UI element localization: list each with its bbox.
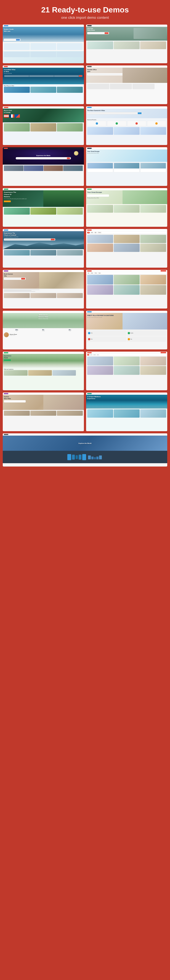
demo16-feature-icon-1 (88, 332, 90, 334)
demo-card-15[interactable]: Welcome toSimone Villas Welcome to Simon… (3, 311, 84, 349)
demo13-hero-image (39, 272, 84, 289)
demo-card-1[interactable]: Modern CondoWith Lake (3, 25, 84, 63)
demo10-search[interactable] (87, 194, 109, 197)
demo7-grid-2 (24, 165, 43, 171)
demo18-filter-all[interactable]: All (87, 354, 89, 355)
demo17-location-2 (28, 370, 52, 375)
demo16-feature-icon-3 (88, 338, 90, 340)
demo18-filter-pool[interactable]: Pool (97, 354, 99, 355)
demo16-feature-text-1: Pool (91, 332, 92, 334)
demo1-bottom-1 (4, 52, 30, 57)
demo3-search-seg2[interactable] (29, 75, 54, 77)
demo10-card-3 (140, 205, 166, 213)
demo11-bottom-1 (4, 250, 30, 256)
demo6-card-1 (87, 127, 113, 135)
demo-card-14[interactable]: All Villa Pool Sea (86, 270, 167, 309)
demo21-hero: Explore the World (3, 436, 167, 451)
demo-card-21[interactable]: Explore the World (3, 433, 167, 466)
demo16-hero-text: Why do for you with so much love for you… (87, 317, 120, 318)
demo-card-12[interactable]: All Villa Apt House (86, 229, 167, 268)
demo6-stat-1 (87, 121, 106, 126)
demo15-stat-2: 50+ Locations (30, 329, 56, 331)
demo14-nav-cta[interactable] (160, 270, 166, 272)
demo13-search-btn[interactable] (21, 278, 25, 280)
demo14-filter-4[interactable]: Sea (98, 272, 101, 274)
demo-card-6[interactable]: The Best Santorini Villas Santorini Rent… (86, 107, 167, 145)
demo14-grid-5 (114, 285, 140, 295)
demo15-hero-title: Welcome toSimone Villas (4, 314, 83, 318)
demo18-filter-3[interactable]: 3 Bed (93, 354, 96, 355)
demo6-stat-icon-3 (135, 123, 138, 124)
demo16-feature-text-4: Spa (130, 339, 132, 340)
demo21-footer-icon-3 (76, 455, 78, 459)
demo11-mountain (3, 241, 84, 249)
demo-card-9[interactable]: Experience TheCharm OfMadeira Some amazi… (3, 188, 84, 227)
demo11-logo (4, 229, 8, 231)
demo-card-20[interactable]: A Unique MaldivesExperience (86, 393, 167, 431)
demo10-card-2 (114, 205, 140, 213)
demo18-filter-2[interactable]: 2 Bed (90, 354, 93, 355)
demo15-stat-3: 2K+ Clients (57, 329, 83, 331)
demo-card-8[interactable]: Your Great Escape Renting Yachts Since 2… (86, 147, 167, 186)
demo-card-11[interactable]: Experience TheCharm of Iceland Your Moto… (3, 229, 84, 268)
demo7-search-input[interactable] (17, 158, 67, 159)
demo17-hero-title: ExperienceTravel (4, 355, 83, 358)
demo8-card-img-2 (114, 163, 139, 169)
demo6-stat-2 (107, 121, 126, 126)
demo-card-3[interactable]: Incredible Villasin Ibiza Find your perf… (3, 65, 84, 104)
demo5-logo (4, 107, 8, 108)
demo21-footer-icon-5 (82, 454, 86, 460)
demo-card-13[interactable]: Book KamranVilla (3, 270, 84, 309)
demo18-nav-cta[interactable] (160, 352, 166, 353)
demo1-search[interactable] (5, 39, 16, 40)
demo-card-17[interactable]: ExperienceTravel Visit our locations (3, 352, 84, 390)
demo13-desc-2 (4, 290, 32, 291)
demo-card-16[interactable]: FINEST VILLA FOR RENT IN SANTORINI Why d… (86, 311, 167, 349)
demo14-filter-1[interactable]: All (87, 272, 90, 274)
demo14-grid-4 (87, 285, 113, 295)
demo17-cta-button[interactable] (4, 360, 11, 361)
demo19-search[interactable] (4, 400, 25, 402)
demo3-search-seg1[interactable] (5, 75, 29, 77)
demo11-bottom-3 (57, 250, 83, 256)
demo5-hero-title: Best to Visitin Canada (4, 110, 83, 113)
demo21-footer (3, 451, 167, 463)
demo8-card-img-1 (87, 163, 113, 169)
demo6-search-btn[interactable] (138, 112, 141, 114)
demo3-search-seg3[interactable] (54, 75, 79, 77)
demo9-cta-button[interactable] (4, 200, 11, 202)
demo1-bottom-2 (30, 52, 56, 57)
demo8-logo (87, 148, 92, 149)
demo12-filter-apt[interactable]: Apt (94, 232, 97, 234)
demo-card-19[interactable]: ExploreIbiza Villas (3, 393, 84, 431)
demo1-search-btn[interactable] (16, 39, 20, 41)
demo2-card-3 (140, 41, 166, 49)
demo14-filter-2[interactable]: Villa (90, 272, 94, 274)
demo-card-2[interactable]: Chia GateValley House (86, 25, 167, 63)
demo10-since: Renting Yachts Since 2014 (87, 197, 127, 199)
demo-card-5[interactable]: Best to Visitin Canada (3, 107, 84, 145)
demo12-filter-house[interactable]: House (97, 232, 102, 234)
demo1-bottom-3 (57, 52, 83, 57)
demo-card-18[interactable]: All 2 Bed 3 Bed Pool (86, 352, 167, 390)
demo21-footer-icon-1 (67, 454, 71, 460)
demo14-filter-3[interactable]: Pool (94, 272, 97, 274)
demo12-filter-villa[interactable]: Villa (90, 232, 94, 234)
demo3-search-btn[interactable] (79, 75, 82, 77)
demo11-search-btn[interactable] (51, 239, 55, 240)
demo11-bottom-2 (30, 250, 56, 256)
demo3-logo (4, 66, 8, 67)
demo12-filter-all[interactable]: All (87, 232, 90, 234)
demo8-since-label: Renting Yachts Since 2014 (87, 153, 166, 154)
demo-card-7[interactable]: Experience the Media (3, 147, 84, 186)
demo-card-10[interactable]: Your Great Escape Renting Yachts Since 2… (86, 188, 167, 227)
demo2-search-btn[interactable] (105, 32, 108, 34)
demo18-grid-6 (140, 366, 166, 375)
demo21-footer-icons-row2 (88, 455, 102, 459)
demo-card-4[interactable]: Flexible Office2024 (86, 65, 167, 104)
demo10-logo (87, 189, 92, 190)
demo16-feature-icon-2 (128, 332, 130, 334)
demo7-search-btn[interactable] (67, 158, 70, 159)
demo17-locations-title: Visit our locations (3, 368, 84, 370)
demo9-bottom-3 (57, 208, 83, 215)
